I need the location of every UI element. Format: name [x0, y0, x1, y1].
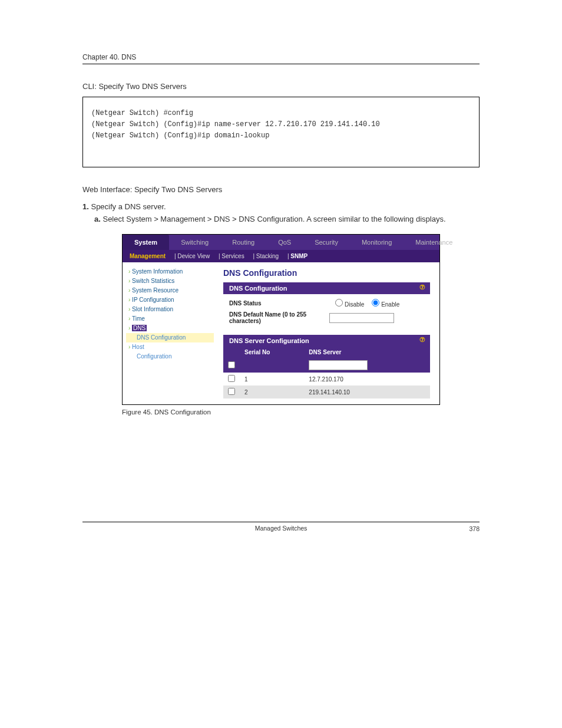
web-section-title: Web Interface: Specify Two DNS Servers [82, 185, 480, 194]
dns-server-table: Serial No DNS Server 1 12.7.210.170 [223, 347, 430, 398]
footer-title: Managed Switches [255, 525, 308, 532]
tab-security[interactable]: Security [303, 235, 350, 250]
sidebar-system-resource[interactable]: System Resource [126, 286, 214, 295]
help-icon[interactable]: ⑦ [419, 284, 425, 291]
tab-qos[interactable]: QoS [266, 235, 303, 250]
step-1a-letter: a. [94, 215, 101, 223]
row-checkbox[interactable] [228, 375, 235, 382]
dns-status-enable-label: Enable [381, 301, 399, 308]
table-row: 1 12.7.210.170 [223, 373, 430, 386]
sidebar-ip-configuration[interactable]: IP Configuration [126, 295, 214, 305]
sidebar-time[interactable]: Time [126, 314, 214, 324]
page-number: 378 [469, 525, 480, 532]
cli-section-title: CLI: Specify Two DNS Servers [82, 82, 480, 91]
cell-serial: 1 [240, 373, 304, 386]
tab-system[interactable]: System [123, 235, 169, 250]
dns-default-name-label: DNS Default Name (0 to 255 characters) [229, 311, 329, 324]
sub-tabs: Management | Device View | Services | St… [123, 250, 439, 262]
col-serial-no: Serial No [240, 347, 304, 358]
sidebar-switch-statistics[interactable]: Switch Statistics [126, 276, 214, 286]
cell-server: 219.141.140.10 [304, 386, 430, 398]
tab-switching[interactable]: Switching [169, 235, 220, 250]
table-row: 2 219.141.140.10 [223, 386, 430, 398]
dns-config-panel-header: DNS Configuration⑦ [223, 282, 430, 294]
dns-server-config-panel-header: DNS Server Configuration⑦ [223, 335, 430, 347]
step-1: 1. Specify a DNS server. [82, 202, 480, 211]
sidebar-dns-configuration[interactable]: DNS Configuration [126, 333, 214, 342]
step-1a: a. Select System > Management > DNS > DN… [94, 215, 480, 223]
dns-server-add-input[interactable] [309, 360, 368, 370]
dns-status-disable-radio[interactable] [335, 299, 343, 307]
help-icon[interactable]: ⑦ [419, 336, 425, 344]
sidebar-host[interactable]: Host [126, 342, 214, 352]
page-footer: Managed Switches 378 [82, 522, 480, 532]
sidebar-system-information[interactable]: System Information [126, 267, 214, 276]
main-content: DNS Configuration DNS Configuration⑦ DNS… [214, 262, 439, 404]
subtab-management[interactable]: Management [130, 253, 166, 259]
cli-code-block: (Netgear Switch) #config (Netgear Switch… [82, 97, 480, 167]
page-title: DNS Configuration [223, 268, 430, 278]
sidebar-dns[interactable]: DNS [126, 324, 214, 333]
top-tabs: System Switching Routing QoS Security Mo… [123, 235, 439, 250]
subtab-device-view[interactable]: Device View [177, 253, 210, 259]
select-all-checkbox[interactable] [228, 361, 235, 368]
sidebar-host-configuration[interactable]: Configuration [126, 352, 214, 361]
tab-routing[interactable]: Routing [220, 235, 266, 250]
step-1-number: 1. [82, 202, 89, 211]
chapter-heading: Chapter 40. DNS [82, 53, 480, 61]
tab-monitoring[interactable]: Monitoring [350, 235, 404, 250]
step-1-text: Specify a DNS server. [91, 202, 166, 211]
dns-default-name-input[interactable] [329, 313, 394, 323]
row-checkbox[interactable] [228, 388, 235, 395]
tab-maintenance[interactable]: Maintenance [404, 235, 464, 250]
cell-serial: 2 [240, 386, 304, 398]
dns-status-disable-label: Disable [345, 301, 364, 308]
dns-status-label: DNS Status [229, 300, 329, 307]
sidebar-slot-information[interactable]: Slot Information [126, 305, 214, 314]
subtab-snmp[interactable]: SNMP [290, 253, 308, 259]
col-dns-server: DNS Server [304, 347, 430, 358]
divider [82, 64, 480, 64]
sidebar: System Information Switch Statistics Sys… [123, 262, 214, 404]
cell-server: 12.7.210.170 [304, 373, 430, 386]
subtab-stacking[interactable]: Stacking [256, 253, 279, 259]
figure-caption: Figure 45. DNS Configuration [122, 409, 440, 416]
dns-status-enable-radio[interactable] [372, 299, 379, 307]
subtab-services[interactable]: Services [222, 253, 244, 259]
step-1a-text: Select System > Management > DNS > DNS C… [103, 215, 445, 223]
screenshot: System Switching Routing QoS Security Mo… [122, 234, 440, 405]
